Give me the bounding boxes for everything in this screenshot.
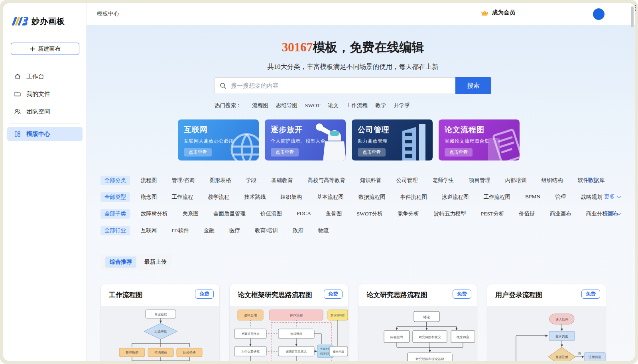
hot-keyword[interactable]: 开学季 — [394, 102, 410, 109]
hot-keyword[interactable]: 工作流程 — [346, 102, 368, 109]
template-count: 30167 — [282, 40, 313, 54]
filter-tag[interactable]: 价值流图 — [260, 210, 282, 217]
sidebar-item-label: 工作台 — [26, 73, 44, 80]
filter-tag[interactable]: 学段 — [246, 177, 256, 184]
template-card-thesis-framework[interactable]: 论文框架研究思路流程图 免费 逻辑思维 操作流程 — [229, 284, 349, 361]
promo-title: 公司管理 — [358, 125, 427, 135]
filter-tag[interactable]: 工作流程 — [172, 194, 193, 201]
hot-keyword[interactable]: SWOT — [305, 102, 320, 109]
promo-view-button[interactable]: 点击查看 — [445, 148, 473, 157]
filter-tag[interactable]: 商业画布 — [550, 210, 571, 217]
filter-tag[interactable]: 组织结构 — [542, 177, 563, 184]
promo-subtitle: 助力高效管理 — [358, 138, 427, 145]
app-logo[interactable]: 妙办画板 — [10, 15, 65, 27]
filter-tag[interactable]: 工作流程图 — [484, 194, 511, 201]
filter-tag[interactable]: 战略规划 — [581, 194, 602, 201]
sidebar: 妙办画板 新建画布 工作台 我的 — [3, 3, 87, 361]
filter-tag[interactable]: PDCA — [297, 210, 311, 217]
filter-tag[interactable]: 管理/咨询 — [172, 177, 195, 184]
hot-keyword[interactable]: 流程图 — [252, 102, 269, 109]
filter-tag[interactable]: 互联网 — [141, 227, 157, 234]
hot-keyword[interactable]: 教学 — [375, 102, 386, 109]
filter-tag[interactable]: 基础教育 — [271, 177, 293, 184]
filter-tag[interactable]: 管理 — [555, 194, 566, 201]
filter-tag[interactable]: 公司管理 — [396, 177, 418, 184]
promo-view-button[interactable]: 点击查看 — [358, 148, 386, 157]
hot-keyword[interactable]: 论文 — [328, 102, 339, 109]
filter-tag[interactable]: 图形表格 — [209, 177, 231, 184]
new-canvas-button[interactable]: 新建画布 — [11, 43, 79, 55]
filter-tag[interactable]: 技术路线 — [244, 194, 266, 201]
tab-latest[interactable]: 最新上传 — [144, 258, 167, 266]
filter-tag[interactable]: 概念图 — [141, 194, 157, 201]
tab-recommended[interactable]: 综合推荐 — [105, 256, 136, 268]
sidebar-item-my-files[interactable]: 我的文件 — [3, 85, 87, 103]
filter-tag[interactable]: 流程图 — [141, 177, 157, 184]
become-member-button[interactable]: 成为会员 — [480, 9, 515, 16]
filter-tag[interactable]: 高校与高等教育 — [307, 177, 345, 184]
filter-label-all-subtypes[interactable]: 全部子类 — [100, 209, 130, 219]
filter-tag[interactable]: BPMN — [525, 194, 540, 201]
filter-tag[interactable]: 鱼骨图 — [326, 210, 342, 217]
filter-tag[interactable]: PEST分析 — [481, 210, 504, 217]
filter-more-link[interactable]: 更多 — [604, 210, 620, 217]
hero-section: 30167模板，免费在线编辑 共10大分类，丰富模板满足不同场景的使用，每天都在… — [87, 39, 619, 71]
filter-tag[interactable]: 医疗 — [229, 227, 240, 234]
promo-title: 论文流程图 — [445, 125, 514, 135]
user-avatar[interactable] — [593, 8, 605, 20]
filter-tag[interactable]: 物流 — [318, 227, 329, 234]
filter-tag[interactable]: 老师学生 — [433, 177, 454, 184]
filter-tag[interactable]: 基本流程图 — [317, 194, 344, 201]
promo-card-company-management[interactable]: 公司管理 助力高效管理 点击查看 — [352, 119, 433, 160]
promo-view-button[interactable]: 点击查看 — [184, 148, 212, 157]
filter-more-link[interactable]: 更多 — [604, 193, 620, 200]
sidebar-item-template-center[interactable]: 模版中心 — [7, 127, 83, 141]
svg-text:问题提出: 问题提出 — [390, 335, 403, 339]
filter-tag[interactable]: 项目管理 — [469, 177, 490, 184]
filter-tag[interactable]: 政府 — [293, 227, 303, 234]
filter-tag[interactable]: 竞争分析 — [398, 210, 419, 217]
filter-tag[interactable]: 教学流程 — [208, 194, 230, 201]
promo-view-button[interactable]: 点击查看 — [271, 148, 299, 157]
filter-tag[interactable]: 全面质量管理 — [213, 210, 246, 217]
filter-tag[interactable]: 故障树分析 — [141, 210, 168, 217]
free-badge: 免费 — [324, 290, 343, 299]
promo-card-thesis-flowchart[interactable]: 论文流程图 宝藏论文流程图合集 点击查看 — [439, 119, 520, 160]
filter-tag[interactable]: 波特五力模型 — [434, 210, 466, 217]
search-bar: 搜索 — [215, 77, 491, 94]
filter-tag[interactable]: 价值链 — [519, 210, 535, 217]
filter-tag[interactable]: IT/软件 — [172, 227, 189, 234]
template-card-user-login[interactable]: 用户登录流程图 免费 进入软件 登录页面 — [487, 284, 606, 361]
filter-tag[interactable]: SWOT分析 — [357, 210, 383, 217]
hot-keyword[interactable]: 思维导图 — [276, 102, 297, 109]
sidebar-item-workbench[interactable]: 工作台 — [3, 68, 87, 85]
promo-card-internet[interactable]: 互联网 互联网人高效办公必用 点击查看 — [178, 119, 259, 160]
filter-tags: 概念图 工作流程 教学流程 技术路线 组织架构 基本流程图 数据流程图 事件流程… — [141, 194, 602, 201]
template-card-thesis-research[interactable]: 论文研究思路流程图 免费 绪论 — [358, 284, 477, 361]
hero-title: 30167模板，免费在线编辑 — [87, 39, 619, 56]
filter-tag[interactable]: 组织架构 — [281, 194, 302, 201]
filter-label-all-types[interactable]: 全部类型 — [100, 192, 130, 202]
scrollbar-thumb[interactable] — [631, 6, 634, 27]
promo-card-reopening[interactable]: 逐步放开 个人防护流程、模型大全 点击查看 — [265, 119, 346, 160]
filter-more-link[interactable]: 更多 — [587, 176, 603, 184]
filter-tag[interactable]: 数据流程图 — [358, 194, 386, 201]
filter-tag[interactable]: 金融 — [204, 227, 215, 234]
filter-tag[interactable]: 泳道流程图 — [442, 194, 469, 201]
filter-tag[interactable]: 关系图 — [183, 210, 199, 217]
template-card-work-flowchart[interactable]: 工作流程图 免费 专业基础 上级审批 — [100, 284, 220, 361]
sidebar-item-team-space[interactable]: 团队空间 — [3, 103, 87, 120]
free-badge: 免费 — [453, 290, 471, 299]
screenshot-frame: 妙办画板 新建画布 工作台 我的 — [0, 0, 638, 364]
svg-text:为什么要研究: 为什么要研究 — [242, 350, 260, 353]
filter-tag[interactable]: 内部培训 — [505, 177, 527, 184]
template-card-header: 论文研究思路流程图 免费 — [358, 284, 477, 306]
template-card-header: 论文框架研究思路流程图 免费 — [230, 284, 348, 306]
search-input[interactable] — [230, 82, 451, 90]
filter-label-all-categories[interactable]: 全部分类 — [100, 176, 130, 185]
filter-tag[interactable]: 事件流程图 — [400, 194, 427, 201]
filter-tag[interactable]: 知识科普 — [360, 177, 382, 184]
filter-label-all-industries[interactable]: 全部行业 — [100, 226, 130, 235]
search-button[interactable]: 搜索 — [455, 77, 491, 94]
filter-tag[interactable]: 教育/培训 — [255, 227, 278, 234]
